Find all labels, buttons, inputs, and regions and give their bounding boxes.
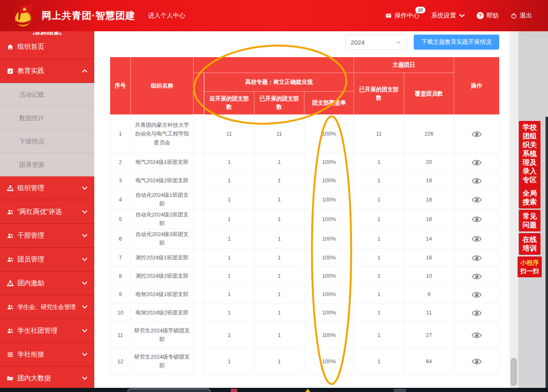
os-taskbar-sliver (0, 388, 548, 392)
enter-personal-center-link[interactable]: 进入个人中心 (148, 12, 186, 20)
sidebar-item-league-big-data[interactable]: 团内大数据 (0, 367, 94, 388)
badge-global-search[interactable]: 全局搜索 (519, 187, 540, 209)
sidebar-item-cadre-management[interactable]: 干部管理 (0, 224, 94, 248)
view-eye-icon[interactable] (471, 332, 482, 339)
view-eye-icon[interactable] (471, 358, 482, 365)
table-row: 11研究生2024级学硕团支部11100%127 (110, 322, 499, 348)
chevron-down-icon (82, 210, 88, 214)
col-group-scrolled-offscreen (194, 57, 354, 73)
row-index-cell: 11 (110, 322, 131, 348)
sidebar-item-education-practice[interactable]: 教育实践 (0, 59, 94, 83)
sidebar-item-student-union-management[interactable]: 学生会、研究生会管理 (0, 295, 94, 319)
action-cell (454, 115, 499, 153)
sidebar-item-student-club-management[interactable]: 学生社团管理 (0, 319, 94, 343)
view-eye-icon[interactable] (471, 159, 482, 166)
table-row: 9电智2024级1班团支部11100%19 (110, 285, 499, 304)
row-index-cell: 8 (110, 267, 131, 285)
view-eye-icon[interactable] (471, 273, 482, 280)
view-eye-icon[interactable] (471, 254, 482, 262)
sidebar-item-member-management[interactable]: 团员管理 (0, 248, 94, 271)
completed-branches-cell: 1 (254, 153, 304, 171)
col-header-required-branches: 应开展的团支部数 (204, 92, 254, 115)
chevron-down-icon (82, 234, 88, 238)
day-completed-branches-cell: 1 (354, 171, 404, 190)
day-completed-branches-cell: 1 (354, 209, 404, 229)
sidebar-item-two-red-two-excellent[interactable]: “两红两优”评选 (0, 200, 94, 224)
org-name-cell: 自动化2024级1班团支部 (131, 190, 194, 209)
branch-coverage-cell: 100% (304, 171, 354, 190)
badge-faq[interactable]: 常见问题 (519, 210, 540, 231)
required-branches-cell: 11 (204, 115, 254, 153)
view-eye-icon[interactable] (471, 131, 482, 138)
required-branches-cell: 1 (204, 190, 254, 209)
action-cell (454, 229, 499, 249)
required-branches-cell: 1 (204, 304, 254, 322)
completed-branches-cell: 1 (254, 267, 304, 285)
clipped-column-cell (194, 348, 204, 374)
sitemap-icon (7, 185, 14, 192)
users-icon (7, 209, 14, 216)
col-group-college-special-topic: 高校专题：树立正确就业观 (204, 73, 354, 92)
top-bar: 网上共青团·智慧团建 进入个人中心 操作中心 20 系统设置 ? 帮助 退出 (0, 0, 548, 31)
sidebar-subitem-activity-record[interactable]: 活动记载 (0, 83, 94, 106)
sidebar-item-org-management[interactable]: 组织管理 (0, 176, 94, 200)
view-eye-icon[interactable] (471, 291, 482, 299)
row-index-cell: 5 (110, 209, 131, 229)
download-report-button[interactable]: 下载主题教育实践开展情况 (414, 35, 499, 50)
chevron-down-icon (82, 352, 88, 357)
help-button[interactable]: ? 帮助 (477, 12, 499, 20)
badge-mini-program-scan[interactable]: 小程序 扫一扫 (518, 256, 542, 277)
taskbar-red-icon (231, 389, 237, 392)
row-index-cell: 3 (110, 171, 131, 190)
branch-coverage-cell: 100% (304, 153, 354, 171)
action-cell (454, 348, 499, 374)
action-cell (454, 285, 499, 304)
taskbar-search-pill (128, 389, 210, 392)
sidebar-item-league-incentives[interactable]: 团内激励 (0, 271, 94, 295)
view-eye-icon[interactable] (471, 216, 482, 223)
branch-coverage-cell: 100% (304, 304, 354, 322)
logout-button[interactable]: 退出 (510, 12, 532, 20)
table-row: 6自动化2024级3班团支部11100%114 (110, 229, 499, 249)
day-completed-branches-cell: 1 (354, 249, 404, 267)
badge-online-training[interactable]: 在线培训 (519, 233, 540, 255)
sidebar-item-school-society-connection[interactable]: 学社衔接 (0, 343, 94, 367)
vertical-scrollbar[interactable] (510, 31, 518, 388)
completed-branches-cell: 1 (254, 285, 304, 304)
action-cell (454, 171, 499, 190)
required-branches-cell: 1 (204, 229, 254, 249)
required-branches-cell: 1 (204, 209, 254, 229)
view-eye-icon[interactable] (471, 309, 482, 317)
covered-members-cell: 14 (404, 229, 454, 249)
day-completed-branches-cell: 1 (354, 322, 404, 348)
view-eye-icon[interactable] (471, 177, 482, 185)
edit-icon (7, 68, 14, 75)
statistics-table: 序号 组织名称 主题团日 操作 率 高校专题：树立正确就业观 已开展的团支部数 … (110, 57, 499, 374)
covered-members-cell: 11 (404, 304, 454, 322)
required-branches-cell: 1 (204, 171, 254, 190)
covered-members-cell: 20 (404, 153, 454, 171)
view-eye-icon[interactable] (471, 196, 482, 204)
vertical-scrollbar-thumb[interactable] (510, 358, 517, 386)
col-header-completed-branches: 已开展的团支部数 (254, 92, 304, 115)
covered-members-cell: 18 (404, 209, 454, 229)
branch-coverage-cell: 100% (304, 209, 354, 229)
sidebar-item-org-home[interactable]: 组织首页 (0, 35, 94, 59)
chevron-down-icon (82, 329, 88, 333)
league-emblem-logo (12, 3, 36, 28)
row-index-cell: 1 (110, 115, 131, 153)
chevron-down-icon (82, 281, 88, 285)
branch-coverage-cell: 100% (304, 322, 354, 348)
action-center-button[interactable]: 操作中心 20 (385, 12, 420, 20)
covered-members-cell: 27 (404, 322, 454, 348)
year-select[interactable]: 2024 (345, 35, 407, 50)
sidebar-subitem-subordinate-status[interactable]: 下级情况 (0, 130, 94, 153)
completed-branches-cell: 1 (254, 249, 304, 267)
view-eye-icon[interactable] (471, 235, 482, 243)
branch-coverage-cell: 100% (304, 267, 354, 285)
col-header-action: 操作 (454, 57, 499, 115)
sidebar-subitem-league-class-resources[interactable]: 团课资源 (0, 153, 94, 176)
system-settings-menu[interactable]: 系统设置 (431, 12, 465, 20)
power-icon (510, 13, 517, 19)
sidebar-subitem-data-statistics[interactable]: 数据统计 (0, 106, 94, 130)
